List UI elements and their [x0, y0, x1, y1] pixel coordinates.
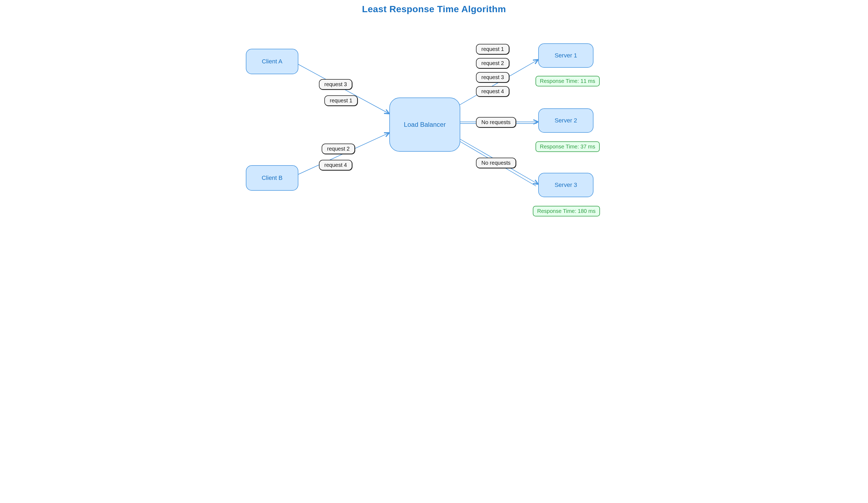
server-3-response-chip: Response Time: 180 ms [533, 206, 600, 216]
server2-no-requests-chip: No requests [476, 117, 516, 127]
client-a-request-chip-0: request 3 [319, 79, 352, 90]
server-3-label: Server 3 [555, 182, 577, 188]
load-balancer-node: Load Balancer [389, 97, 460, 152]
server1-request-chip-0: request 1 [476, 44, 509, 54]
client-b-node: Client B [246, 165, 298, 191]
client-b-request-chip-0: request 2 [322, 144, 355, 154]
server-2-response-chip: Response Time: 37 ms [536, 141, 600, 152]
server1-request-chip-1: request 2 [476, 58, 509, 69]
diagram-canvas: Least Response Time Algorithm Client A r… [238, 0, 630, 227]
server-1-response-chip: Response Time: 11 ms [536, 76, 600, 86]
server3-no-requests-chip: No requests [476, 158, 516, 168]
server1-request-chip-3: request 4 [476, 86, 509, 97]
client-a-request-chip-1: request 1 [324, 95, 358, 106]
server-2-node: Server 2 [538, 108, 593, 133]
client-b-label: Client B [261, 174, 282, 182]
server-1-node: Server 1 [538, 43, 593, 68]
diagram-title: Least Response Time Algorithm [238, 4, 630, 14]
server-3-node: Server 3 [538, 173, 593, 197]
server-2-label: Server 2 [555, 117, 577, 124]
server-1-label: Server 1 [555, 52, 577, 59]
server1-request-chip-2: request 3 [476, 72, 509, 83]
client-a-label: Client A [262, 58, 282, 65]
client-b-request-chip-1: request 4 [319, 160, 352, 171]
load-balancer-label: Load Balancer [404, 121, 446, 129]
client-a-node: Client A [246, 49, 298, 74]
